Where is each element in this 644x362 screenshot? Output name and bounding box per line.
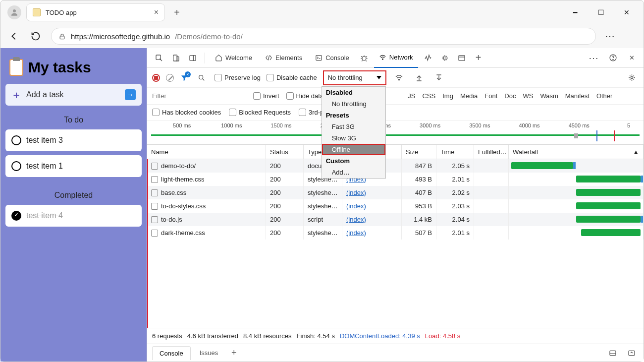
waterfall-cell [509, 199, 644, 213]
browser-menu-button[interactable]: ⋯ [605, 30, 616, 42]
blocked-requests-checkbox[interactable]: Blocked Requests [229, 109, 291, 116]
filter-pill-manifest[interactable]: Manifest [565, 92, 590, 100]
devtools-close-icon[interactable]: ✕ [625, 51, 639, 65]
filter-pill-other[interactable]: Other [596, 92, 613, 100]
column-header[interactable]: Waterfall▲ [509, 145, 644, 159]
memory-icon[interactable] [438, 51, 452, 65]
help-icon[interactable] [606, 51, 620, 65]
waterfall-cell [509, 213, 644, 226]
task-item-completed[interactable]: test item 4 [5, 205, 142, 227]
filter-input[interactable] [152, 92, 246, 100]
nav-back-button[interactable] [7, 30, 20, 43]
browser-tab[interactable]: TODO app × [26, 3, 165, 21]
throttle-option[interactable]: Fast 3G [322, 121, 385, 132]
bug-icon[interactable] [357, 51, 371, 65]
address-bar[interactable]: https://microsoftedge.github.io/Demos/de… [51, 28, 596, 45]
tab-elements[interactable]: Elements [260, 48, 307, 68]
column-header[interactable]: Name [147, 145, 266, 159]
window-maximize-button[interactable]: ☐ [594, 5, 608, 19]
task-item[interactable]: test item 1 [5, 155, 142, 177]
invert-checkbox[interactable]: Invert [253, 92, 279, 100]
record-button[interactable] [152, 74, 160, 82]
network-row[interactable]: to-do.js200script(index)1.4 kB2.04 s [147, 213, 644, 226]
import-har-icon[interactable] [412, 71, 426, 85]
network-timeline-ruler[interactable]: 500 ms1000 ms1500 ms2000 ms2500 ms3000 m… [147, 121, 644, 144]
request-status: 200 [266, 173, 304, 186]
checkbox-icon[interactable] [11, 135, 21, 145]
network-row[interactable]: light-theme.css200styleshe…(index)493 B2… [147, 173, 644, 186]
disable-cache-checkbox[interactable]: Disable cache [267, 74, 317, 81]
filter-pill-doc[interactable]: Doc [504, 92, 516, 100]
inspect-element-icon[interactable] [152, 51, 166, 65]
request-status: 200 [266, 159, 304, 173]
network-row[interactable]: to-do-styles.css200styleshe…(index)953 B… [147, 199, 644, 213]
request-initiator[interactable]: (index) [342, 226, 402, 240]
filter-pill-font[interactable]: Font [484, 92, 497, 100]
column-header[interactable]: Size [402, 145, 436, 159]
network-table-header[interactable]: NameStatusTypeInitiatorSizeTimeFulfilled… [147, 144, 644, 159]
filter-pill-wasm[interactable]: Wasm [540, 92, 558, 100]
drawer-toggle-icon[interactable] [606, 346, 620, 360]
column-header[interactable]: Time [436, 145, 474, 159]
device-toggle-icon[interactable] [169, 51, 183, 65]
drawer-tab-issues[interactable]: Issues [193, 346, 225, 360]
request-time: 2.03 s [436, 199, 474, 213]
network-settings-icon[interactable] [625, 71, 639, 85]
network-row[interactable]: base.css200styleshe…(index)407 B2.02 s [147, 186, 644, 199]
column-header[interactable]: Status [266, 145, 304, 159]
application-icon[interactable] [455, 51, 469, 65]
tab-welcome[interactable]: Welcome [210, 48, 257, 68]
network-row[interactable]: dark-theme.css200styleshe…(index)507 B2.… [147, 226, 644, 240]
filter-pill-js[interactable]: JS [408, 92, 415, 100]
checkbox-checked-icon[interactable] [11, 211, 21, 221]
request-initiator[interactable]: (index) [342, 213, 402, 226]
filter-toggle-icon[interactable]: × [180, 73, 189, 82]
network-conditions-icon[interactable] [392, 71, 406, 85]
tab-network[interactable]: Network [374, 48, 418, 68]
tab-close-icon[interactable]: × [154, 8, 159, 17]
dock-side-icon[interactable] [186, 51, 200, 65]
more-tabs-icon[interactable]: + [472, 51, 485, 65]
request-initiator[interactable]: (index) [342, 186, 402, 199]
filter-pill-media[interactable]: Media [460, 92, 478, 100]
window-minimize-button[interactable]: ━ [568, 5, 582, 19]
column-header[interactable]: Fulfilled… [474, 145, 509, 159]
request-time: 2.02 s [436, 186, 474, 199]
tab-console[interactable]: Console [310, 48, 354, 68]
throttle-option[interactable]: No throttling [322, 98, 385, 110]
performance-icon[interactable] [421, 51, 435, 65]
devtools-menu-icon[interactable]: ⋯ [587, 51, 601, 65]
drawer-expand-icon[interactable] [625, 346, 639, 360]
request-name: light-theme.css [161, 176, 204, 183]
network-toolbar: × Preserve log Disable cache No throttli… [147, 68, 644, 88]
network-row[interactable]: demo-to-do/200docum…Other847 B2.05 s [147, 159, 644, 173]
window-close-button[interactable]: ✕ [620, 5, 634, 19]
nav-refresh-button[interactable] [29, 30, 42, 43]
search-icon[interactable] [195, 71, 209, 85]
preserve-log-checkbox[interactable]: Preserve log [215, 74, 261, 81]
throttle-option[interactable]: Offline [322, 144, 385, 155]
checkbox-icon[interactable] [11, 161, 21, 171]
throttle-option[interactable]: Add… [322, 167, 385, 178]
blocked-cookies-checkbox[interactable]: Has blocked cookies [152, 109, 221, 116]
throttle-option[interactable]: Slow 3G [322, 132, 385, 144]
drawer-tab-console[interactable]: Console [152, 346, 191, 360]
clear-button[interactable] [166, 74, 174, 82]
drawer-add-tab-icon[interactable]: + [227, 346, 241, 360]
filter-pill-css[interactable]: CSS [422, 92, 435, 100]
network-filter-row: Invert Hide data URLs JSCSSImgMediaFontD… [147, 88, 644, 105]
profile-avatar[interactable] [7, 5, 21, 19]
throttling-dropdown[interactable]: No throttling DisabledNo throttlingPrese… [323, 70, 386, 85]
network-table-body[interactable]: demo-to-do/200docum…Other847 B2.05 sligh… [147, 159, 644, 328]
request-initiator[interactable]: (index) [342, 199, 402, 213]
filter-pill-ws[interactable]: WS [523, 92, 533, 100]
throttle-group-header: Presets [322, 110, 385, 121]
browser-titlebar: TODO app × + ━ ☐ ✕ [0, 0, 644, 24]
svg-point-10 [443, 57, 446, 59]
add-task-button[interactable]: ＋ Add a task → [5, 84, 142, 106]
new-tab-button[interactable]: + [169, 4, 185, 20]
task-item[interactable]: test item 3 [5, 129, 142, 151]
filter-pill-img[interactable]: Img [442, 92, 453, 100]
request-status: 200 [266, 213, 304, 226]
export-har-icon[interactable] [432, 71, 446, 85]
